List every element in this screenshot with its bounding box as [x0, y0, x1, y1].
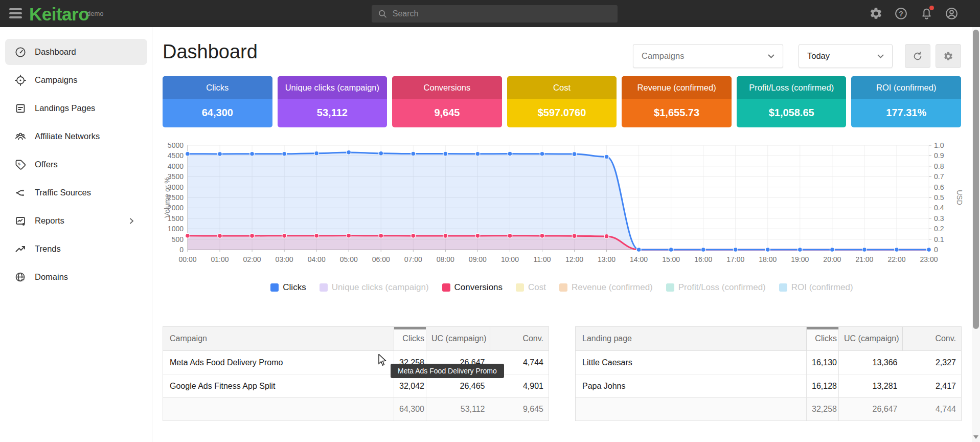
stat-card-value: 9,645 — [392, 99, 502, 127]
sidebar-item-landings-pages[interactable]: Landings Pages — [0, 94, 152, 122]
column-header-clicks[interactable]: Clicks — [807, 327, 839, 351]
scrollbar-thumb[interactable] — [973, 30, 979, 329]
svg-text:05:00: 05:00 — [340, 255, 358, 263]
svg-text:15:00: 15:00 — [662, 255, 680, 263]
sidebar-item-label: Affiliate Networks — [35, 131, 100, 141]
sidebar-item-reports[interactable]: Reports — [0, 207, 152, 235]
stat-card-value: $1,058.65 — [737, 99, 847, 127]
table-totals-row: 32,25826,6474,744 — [576, 398, 962, 421]
sidebar-item-affiliate-networks[interactable]: Affiliate Networks — [0, 122, 152, 150]
refresh-button[interactable] — [905, 44, 930, 68]
account-icon[interactable] — [945, 7, 959, 20]
legend-item[interactable]: Cost — [516, 282, 546, 293]
legend-label: Clicks — [283, 282, 306, 293]
sidebar-item-traffic-sources[interactable]: Traffic Sources — [0, 179, 152, 207]
svg-text:0: 0 — [934, 246, 938, 254]
search-icon — [378, 9, 388, 19]
column-header-landing-page[interactable]: Landing page — [576, 327, 807, 351]
gear-icon — [943, 51, 953, 61]
legend-item[interactable]: Clicks — [270, 282, 306, 293]
column-header-uc-campaign[interactable]: UC (campaign) — [839, 327, 903, 351]
stat-card-value: 53,112 — [278, 99, 388, 127]
mouse-cursor — [378, 354, 391, 367]
row-value-cell: 16,130 — [807, 351, 839, 374]
svg-text:0: 0 — [179, 246, 184, 254]
campaigns-filter-select[interactable]: Campaigns — [633, 44, 783, 68]
column-header-clicks[interactable]: Clicks — [394, 327, 426, 351]
totals-cell — [163, 398, 394, 421]
row-name-cell[interactable]: Little Caesars — [576, 351, 807, 374]
svg-text:0.7: 0.7 — [934, 172, 944, 181]
sidebar-item-domains[interactable]: Domains — [0, 263, 152, 291]
sidebar-item-campaigns[interactable]: Campaigns — [0, 66, 152, 94]
legend-item[interactable]: Revenue (confirmed) — [559, 282, 653, 293]
legend-item[interactable]: Profit/Loss (confirmed) — [666, 282, 766, 293]
search-input[interactable] — [393, 9, 611, 18]
campaigns-icon — [14, 74, 27, 86]
svg-text:13:00: 13:00 — [598, 255, 616, 263]
column-header-campaign[interactable]: Campaign — [163, 327, 394, 351]
legend-swatch — [442, 283, 450, 292]
legend-swatch — [320, 283, 328, 292]
stat-card-value: 64,300 — [163, 99, 272, 127]
svg-text:19:00: 19:00 — [791, 255, 809, 263]
search-bar[interactable] — [372, 5, 618, 23]
sidebar-item-dashboard[interactable]: Dashboard — [0, 38, 152, 66]
notifications-icon[interactable] — [920, 7, 933, 20]
sidebar-item-label: Campaigns — [35, 75, 77, 85]
table-row[interactable]: Little Caesars16,13013,3662,327 — [576, 351, 962, 374]
svg-text:0.2: 0.2 — [934, 225, 944, 233]
svg-text:0.8: 0.8 — [934, 162, 944, 170]
legend-swatch — [779, 283, 787, 292]
dashboard-icon — [14, 46, 27, 58]
svg-text:00:00: 00:00 — [178, 255, 196, 263]
row-value-cell: 16,128 — [807, 374, 839, 398]
stat-card-conversions: Conversions9,645 — [392, 76, 502, 127]
row-value-cell: 13,281 — [839, 374, 903, 398]
sidebar-item-label: Domains — [35, 272, 68, 282]
traffic-chart: 00:0001:0002:0003:0004:0005:0006:0007:00… — [163, 137, 966, 275]
stat-card-roi: ROI (confirmed)177.31% — [851, 76, 961, 127]
table-row[interactable]: Papa Johns16,12813,2812,417 — [576, 374, 962, 398]
legend-item[interactable]: Unique clicks (campaign) — [320, 282, 429, 293]
column-header-uc-campaign[interactable]: UC (campaign) — [426, 327, 490, 351]
menu-icon[interactable] — [9, 8, 22, 19]
svg-text:0.3: 0.3 — [934, 214, 944, 223]
svg-text:17:00: 17:00 — [726, 255, 744, 263]
scrollbar-down-arrow[interactable] — [973, 435, 978, 439]
sidebar-item-trends[interactable]: Trends — [0, 235, 152, 263]
svg-text:22:00: 22:00 — [887, 255, 905, 263]
stat-card-value: $597.0760 — [507, 99, 617, 127]
date-range-select[interactable]: Today — [799, 44, 893, 68]
reports-icon — [14, 215, 27, 227]
settings-icon[interactable] — [869, 7, 883, 20]
totals-cell: 64,300 — [394, 398, 426, 421]
row-value-cell: 2,327 — [903, 351, 962, 374]
sidebar-item-offers[interactable]: $ Offers — [0, 150, 152, 179]
column-header-conv[interactable]: Conv. — [490, 327, 549, 351]
chart-legend: ClicksUnique clicks (campaign)Conversion… — [163, 282, 961, 293]
row-name-cell[interactable]: Meta Ads Food Delivery Promo — [163, 351, 394, 374]
domains-icon — [14, 271, 27, 283]
row-name-cell[interactable]: Papa Johns — [576, 374, 807, 398]
app-logo[interactable]: Keitaro — [29, 4, 89, 25]
stat-card-revenue: Revenue (confirmed)$1,655.73 — [622, 76, 732, 127]
row-value-cell: 2,417 — [903, 374, 962, 398]
totals-cell: 32,258 — [807, 398, 839, 421]
sidebar-item-label: Trends — [35, 244, 61, 254]
row-value-cell: 13,366 — [839, 351, 903, 374]
column-header-conv[interactable]: Conv. — [903, 327, 962, 351]
svg-text:0.6: 0.6 — [934, 183, 944, 191]
svg-text:18:00: 18:00 — [759, 255, 777, 263]
svg-text:21:00: 21:00 — [855, 255, 873, 263]
row-name-cell[interactable]: Google Ads Fitness App Split — [163, 374, 394, 398]
topbar: Keitaro demo ? — [0, 0, 980, 27]
svg-text:Volume or %: Volume or % — [163, 177, 171, 217]
legend-item[interactable]: ROI (confirmed) — [779, 282, 853, 293]
legend-item[interactable]: Conversions — [442, 282, 503, 293]
trends-icon — [14, 243, 27, 255]
help-icon[interactable]: ? — [894, 7, 908, 20]
refresh-icon — [912, 51, 923, 62]
dashboard-settings-button[interactable] — [936, 44, 961, 68]
svg-text:04:00: 04:00 — [308, 255, 326, 263]
